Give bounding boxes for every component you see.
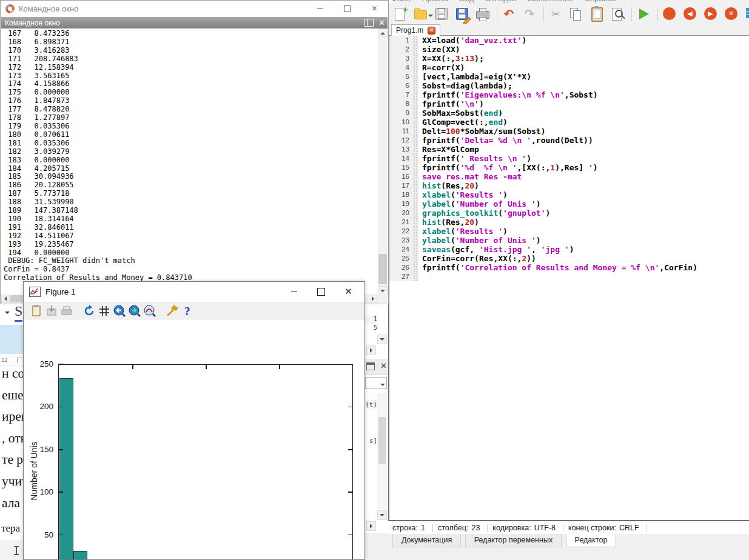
history-scrollbar-thumb[interactable] xyxy=(378,417,386,464)
tab-editor[interactable]: Редактор xyxy=(566,534,617,547)
breakpoint-margin[interactable] xyxy=(413,63,418,72)
breakpoint-margin[interactable] xyxy=(413,118,418,127)
options-wrench-icon[interactable] xyxy=(166,304,179,318)
breakpoint-margin[interactable] xyxy=(413,154,418,163)
run-icon[interactable] xyxy=(636,6,651,22)
replot-icon[interactable] xyxy=(82,304,96,318)
tab-documentation[interactable]: Документация xyxy=(392,534,461,547)
breakpoint-margin[interactable] xyxy=(413,227,418,236)
breakpoint-margin[interactable] xyxy=(413,236,418,245)
help-icon[interactable]: ? xyxy=(181,304,194,318)
find-icon[interactable] xyxy=(610,6,625,22)
grid-icon[interactable] xyxy=(98,304,111,318)
history-filter-combobox[interactable] xyxy=(365,377,387,389)
code-text: [vect,lambda]=eig(X'*X) xyxy=(422,72,531,81)
tab-variable-editor[interactable]: Редактор переменных xyxy=(465,534,562,547)
maximize-button[interactable] xyxy=(334,1,361,16)
breakpoint-margin[interactable] xyxy=(413,81,418,90)
breakpoint-margin[interactable] xyxy=(413,272,418,281)
print-icon[interactable] xyxy=(60,304,73,318)
save-icon[interactable] xyxy=(434,6,449,22)
history-item[interactable]: s] xyxy=(365,436,377,445)
dock-icon[interactable] xyxy=(364,19,374,27)
breakpoint-margin[interactable] xyxy=(413,263,418,272)
dropdown-caret-icon[interactable] xyxy=(5,312,10,316)
undo-icon[interactable]: ↶ xyxy=(501,6,517,22)
menu-edit[interactable]: Правка xyxy=(422,0,448,3)
breakpoint-margin[interactable] xyxy=(413,190,418,199)
zoom-next-icon[interactable] xyxy=(128,304,141,318)
breakpoint-margin[interactable] xyxy=(413,218,418,227)
copy-icon[interactable] xyxy=(568,6,584,22)
step-icon[interactable]: ✓ xyxy=(744,6,749,22)
zoom-previous-icon[interactable] xyxy=(113,304,126,318)
close-button[interactable]: ✕ xyxy=(361,1,388,16)
breakpoint-margin[interactable] xyxy=(413,108,418,118)
breakpoint-margin[interactable] xyxy=(413,181,418,190)
console-line: 187 5.773718 xyxy=(4,190,376,198)
close-panel-icon[interactable]: ✕ xyxy=(378,18,385,27)
breakpoint-margin[interactable] xyxy=(413,99,418,108)
paste-icon[interactable] xyxy=(589,6,605,22)
tab-close-icon[interactable]: ✕ xyxy=(428,27,435,35)
scroll-right-button[interactable] xyxy=(366,521,376,531)
scroll-down-button[interactable] xyxy=(377,510,387,520)
font-size-value: 12 xyxy=(1,356,8,363)
close-button[interactable]: ✕ xyxy=(335,284,362,299)
menu-help[interactable]: Справка xyxy=(585,0,616,3)
breakpoint-margin[interactable] xyxy=(413,136,418,145)
breakpoint-margin[interactable] xyxy=(413,72,418,81)
console-vertical-scrollbar[interactable] xyxy=(378,28,388,296)
scroll-down-button[interactable] xyxy=(377,335,387,344)
menu-debug[interactable]: Отладка xyxy=(485,0,516,3)
breakpoint-margin[interactable] xyxy=(413,245,418,254)
open-file-icon[interactable] xyxy=(413,6,429,22)
menu-run[interactable]: Выполнение xyxy=(528,0,574,3)
command-window-panel-header[interactable]: Командное окно ✕ xyxy=(1,17,388,28)
breakpoint-margin[interactable] xyxy=(413,163,418,172)
console-output[interactable]: 167 8.473236 168 6.898371 170 3.416283 1… xyxy=(4,30,376,284)
next-breakpoint-icon[interactable]: ▶ xyxy=(703,6,719,22)
minimize-button[interactable] xyxy=(280,284,307,299)
breakpoint-margin[interactable] xyxy=(413,145,418,154)
redo-icon[interactable]: ↷ xyxy=(522,6,537,22)
breakpoint-margin[interactable] xyxy=(413,254,418,263)
code-editor[interactable]: 1XX=load('dan_vuz.txt')2size(XX)3X=XX(:,… xyxy=(389,36,749,520)
remove-breakpoints-icon[interactable]: ✕ xyxy=(724,6,739,22)
breakpoint-margin[interactable] xyxy=(413,127,418,136)
breakpoint-margin[interactable] xyxy=(413,90,418,99)
breakpoint-margin[interactable] xyxy=(413,199,418,208)
scroll-right-button[interactable] xyxy=(369,295,377,303)
toggle-breakpoint-icon[interactable] xyxy=(662,6,677,22)
previous-breakpoint-icon[interactable]: ◀ xyxy=(682,6,698,22)
close-panel-icon[interactable]: ✕ xyxy=(380,361,387,370)
new-script-icon[interactable]: + xyxy=(392,6,408,22)
breakpoint-margin[interactable] xyxy=(413,208,418,218)
figure-title-bar[interactable]: Figure 1 ✕ xyxy=(24,282,364,302)
console-line: 185 30.094936 xyxy=(4,173,376,181)
code-line: 19ylabel('Number of Unis ') xyxy=(389,199,749,208)
scroll-up-button[interactable] xyxy=(378,28,388,38)
scrollbar-thumb[interactable] xyxy=(378,254,387,284)
scroll-right-button[interactable] xyxy=(366,345,376,355)
history-item[interactable]: (t) xyxy=(365,400,377,409)
save-as-icon[interactable] xyxy=(454,6,470,22)
maximize-button[interactable] xyxy=(307,284,335,299)
breakpoint-margin[interactable] xyxy=(413,172,418,181)
minimize-button[interactable] xyxy=(306,1,334,16)
undock-icon[interactable] xyxy=(366,362,375,370)
copy-clipboard-icon[interactable] xyxy=(30,304,43,318)
cut-icon[interactable]: ✂ xyxy=(548,6,563,22)
figure-canvas[interactable]: 0500100015002000050100150200250Number of… xyxy=(24,319,364,559)
menu-view[interactable]: Вид xyxy=(460,0,474,3)
breakpoint-margin[interactable] xyxy=(413,54,418,63)
breakpoint-margin[interactable] xyxy=(413,36,418,45)
autoscale-icon[interactable] xyxy=(143,304,156,318)
breakpoint-margin[interactable] xyxy=(413,45,418,54)
command-window-title-bar[interactable]: Командное окно ✕ xyxy=(1,1,388,16)
tab-prog1[interactable]: Prog1.m ✕ xyxy=(391,24,440,36)
scroll-left-button[interactable] xyxy=(1,295,10,303)
menu-file[interactable]: Файл xyxy=(391,0,411,3)
export-icon[interactable] xyxy=(45,304,58,318)
print-icon[interactable] xyxy=(475,6,491,22)
